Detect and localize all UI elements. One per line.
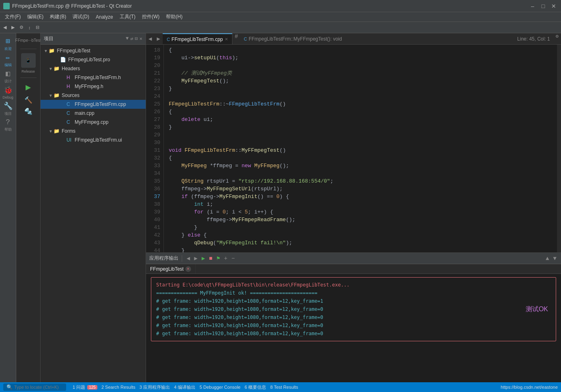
sidebar-project[interactable]: 🔧 项目 xyxy=(1,101,15,116)
line-numbers: 18 19 20 21 22 23 24 25 26 27 28 29 30 3… xyxy=(146,45,164,252)
bottom-stop-btn[interactable]: ■ xyxy=(208,255,213,262)
tree-label-headers: Headers xyxy=(62,66,80,71)
play-button-item[interactable]: ▶ xyxy=(26,82,31,93)
search-input[interactable] xyxy=(14,385,63,390)
code-line-32: { xyxy=(169,154,552,162)
headers-folder-icon: 📁 xyxy=(54,66,60,71)
tree-myffmpeg-h[interactable]: H MyFFmpeg.h xyxy=(41,82,146,91)
tree-label-forms: Forms xyxy=(62,128,75,134)
bottom-plus-btn[interactable]: + xyxy=(223,255,228,262)
toolbar-sync[interactable]: ↕ xyxy=(27,24,32,31)
menu-controls[interactable]: 控件(W) xyxy=(139,13,163,21)
tree-frm-cpp[interactable]: C FFmpegLibTestFrm.cpp xyxy=(41,100,146,109)
toolbar-forward[interactable]: ▶ xyxy=(10,24,16,31)
sidebar-edit[interactable]: ✏ 编辑 xyxy=(1,53,15,67)
menu-debug[interactable]: 调试(D) xyxy=(69,13,92,21)
project-tree: ▼ 📁 FFmpegLibTest 📄 FFmpegLibTest.pro ▼ … xyxy=(41,45,146,382)
output-tab[interactable]: FFmpegLibTest × xyxy=(146,264,196,274)
status-search-results[interactable]: 2 Search Results xyxy=(100,385,137,390)
sidebar-design[interactable]: ◧ 设计 xyxy=(1,69,15,84)
status-overview[interactable]: 6 概要信息 xyxy=(243,384,268,390)
tab-breadcrumb: C FFmpegLibTestFrm::MyFFmpegTest(): void xyxy=(241,33,514,44)
maximize-button[interactable]: □ xyxy=(539,3,547,9)
menu-edit[interactable]: 编辑(E) xyxy=(24,13,47,21)
tree-label-main-cpp: main.cpp xyxy=(75,110,95,116)
code-content[interactable]: { ui->setupUi(this); // 测试MyFFmpeg类 MyFF… xyxy=(164,45,557,252)
menu-tools[interactable]: 工具(T) xyxy=(116,13,139,21)
code-line-34 xyxy=(169,170,552,177)
minimize-button[interactable]: – xyxy=(529,3,537,9)
device-icon: 📱 xyxy=(21,53,36,68)
status-problems[interactable]: 1 问题 125 xyxy=(71,384,99,390)
tree-myffmpeg-cpp[interactable]: C MyFFmpeg.cpp xyxy=(41,118,146,127)
code-line-20 xyxy=(169,62,552,69)
tab-forward[interactable]: ▶ xyxy=(154,33,162,44)
code-line-26: { xyxy=(169,108,552,116)
status-debugger-console[interactable]: 5 Debugger Console xyxy=(198,385,242,390)
menu-file[interactable]: 文件(F) xyxy=(2,13,24,21)
code-line-40: ffmpeg->MyFFmpepReadFrame(); xyxy=(169,216,552,224)
project-title: 项目 xyxy=(44,35,126,42)
blog-url[interactable]: https://blog.csdn.net/eastone xyxy=(501,385,558,390)
device-release[interactable]: 📱 Release xyxy=(21,53,36,73)
tree-main-cpp[interactable]: C main.cpp xyxy=(41,109,146,118)
menu-build[interactable]: 构建(B) xyxy=(47,13,69,21)
bottom-flag-btn[interactable]: ⚑ xyxy=(215,255,221,262)
code-line-37: if (ffmpeg->MyFFmpegInit() == 0) { xyxy=(169,193,552,200)
tree-frm-h[interactable]: H FFmpegLibTestFrm.h xyxy=(41,73,146,82)
statusbar-items: 1 问题 125 2 Search Results 3 应用程序输出 4 编译输… xyxy=(71,384,300,390)
tab-close-icon[interactable]: ✕ xyxy=(225,37,228,41)
close-panel-icon[interactable]: ✕ xyxy=(140,36,142,42)
output-tab-close[interactable]: × xyxy=(185,266,191,272)
tab-back[interactable]: ◀ xyxy=(146,33,154,44)
build-icon[interactable]: 🔨 xyxy=(24,96,32,104)
tree-pro[interactable]: 📄 FFmpegLibTest.pro xyxy=(41,55,146,64)
bottom-down-btn[interactable]: ▼ xyxy=(552,255,558,262)
tree-forms[interactable]: ▼ 📁 Forms xyxy=(41,127,146,136)
bottom-run-btn[interactable]: ▶ xyxy=(200,255,206,262)
device-panel: FFmpe···bTest 📱 Release ▶ 🔨 🔩 xyxy=(16,33,41,382)
search-box[interactable]: 🔍 xyxy=(3,383,66,391)
right-scrollbar[interactable] xyxy=(557,45,561,252)
status-test-results[interactable]: 8 Test Results xyxy=(269,385,300,390)
bottom-prev-btn[interactable]: ◀ xyxy=(185,255,191,262)
toolbar-back[interactable]: ◀ xyxy=(2,24,8,31)
status-app-output[interactable]: 3 应用程序输出 xyxy=(138,384,172,390)
bottom-next-btn[interactable]: ▶ xyxy=(193,255,198,262)
bottom-tabs: FFmpegLibTest × xyxy=(146,264,561,274)
stop-build-item[interactable]: 🔨 xyxy=(24,96,32,104)
line-col-info: Line: 45, Col: 1 xyxy=(517,36,550,42)
welcome-icon: ⊞ xyxy=(6,37,10,45)
sidebar-help[interactable]: ? 帮助 xyxy=(1,118,15,132)
settings-icon[interactable]: ⚙ xyxy=(553,33,561,44)
sidebar-debug[interactable]: 🐞 Debug xyxy=(1,85,15,100)
menu-help[interactable]: 帮助(H) xyxy=(163,13,186,21)
output-line-3: # get frame: width=1920,height=1080,form… xyxy=(156,305,551,313)
tree-root[interactable]: ▼ 📁 FFmpegLibTest xyxy=(41,46,146,55)
tree-frm-ui[interactable]: UI FFmpegLibTestFrm.ui xyxy=(41,136,146,144)
code-line-31: void FFmpegLibTestFrm::MyFFmpegTest() xyxy=(169,146,552,154)
collapse-icon[interactable]: ⊟ xyxy=(135,36,138,42)
status-compile-output[interactable]: 4 编译输出 xyxy=(172,384,197,390)
filter-icon[interactable]: ▼ xyxy=(126,36,129,42)
tree-sources[interactable]: ▼ 📁 Sources xyxy=(41,91,146,100)
design-icon: ◧ xyxy=(6,69,10,78)
forms-folder-icon: 📁 xyxy=(54,128,60,134)
wrench-item[interactable]: 🔩 xyxy=(24,108,32,116)
tree-headers[interactable]: ▼ 📁 Headers xyxy=(41,64,146,73)
tab-frm-cpp[interactable]: C FFmpegLibTestFrm.cpp ✕ xyxy=(163,33,232,44)
sidebar-welcome[interactable]: ⊞ 欢迎 xyxy=(1,37,15,51)
sync-icon[interactable]: ⇄ xyxy=(130,36,133,42)
tree-label-sources: Sources xyxy=(62,93,80,98)
close-button[interactable]: ✕ xyxy=(550,3,558,9)
output-box: Starting E:\code\qt\FFmpegLibTest\bin\re… xyxy=(151,277,556,341)
code-line-41: } xyxy=(169,224,552,231)
wrench-icon[interactable]: 🔩 xyxy=(24,108,32,116)
play-icon[interactable]: ▶ xyxy=(26,82,31,93)
menubar: 文件(F) 编辑(E) 构建(B) 调试(D) Analyze 工具(T) 控件… xyxy=(0,12,561,22)
bottom-minus-btn[interactable]: − xyxy=(230,255,236,262)
bottom-up-btn[interactable]: ▲ xyxy=(544,255,550,262)
menu-analyze[interactable]: Analyze xyxy=(92,13,116,21)
toolbar-filter[interactable]: ⚙ xyxy=(18,24,25,31)
toolbar-collapse[interactable]: ⊟ xyxy=(34,24,41,31)
